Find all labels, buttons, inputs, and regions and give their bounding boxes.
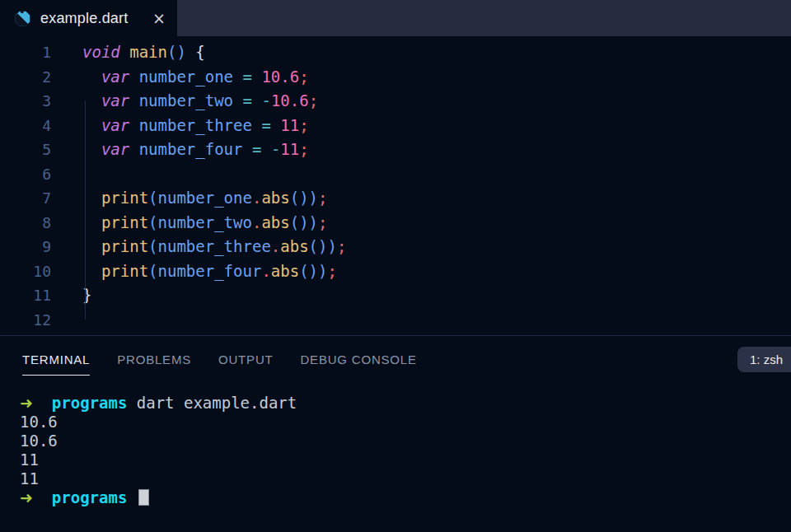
bottom-panel: TERMINAL PROBLEMS OUTPUT DEBUG CONSOLE 1… (0, 335, 791, 532)
code-token: abs (261, 189, 289, 207)
terminal-line: 10.6 (0, 413, 791, 432)
code-text: var number_one = 10.6; (51, 65, 309, 90)
line-number[interactable]: 3 (0, 89, 51, 114)
code-token: . (261, 262, 270, 280)
prompt-arrow-icon: ➜ (20, 394, 33, 412)
code-line[interactable]: 7 print(number_one.abs()); (0, 186, 791, 211)
code-token: ( (148, 189, 157, 207)
code-token (261, 140, 270, 158)
terminal-line: 11 (0, 450, 791, 469)
code-token: var (101, 116, 129, 134)
code-token: ()) (309, 237, 337, 255)
code-token: main (129, 43, 167, 61)
code-token: ()) (299, 262, 327, 280)
code-token (129, 68, 138, 86)
code-token: = (243, 68, 252, 86)
code-token: number_one (139, 68, 233, 86)
code-line[interactable]: 4 var number_three = 11; (0, 114, 791, 138)
tab-terminal[interactable]: TERMINAL (22, 352, 90, 376)
code-token: ; (337, 237, 346, 255)
code-token: number_four (139, 140, 243, 158)
code-token: print (101, 262, 148, 280)
line-number[interactable]: 5 (0, 138, 51, 162)
line-number[interactable]: 4 (0, 114, 51, 138)
code-token (129, 116, 138, 134)
code-token (233, 91, 242, 110)
code-token (252, 68, 261, 86)
code-token: = (261, 116, 270, 134)
code-line[interactable]: 10 print(number_four.abs()); (0, 259, 791, 284)
code-token (129, 140, 138, 158)
tab-problems[interactable]: PROBLEMS (117, 352, 191, 375)
code-token: number_three (139, 116, 252, 134)
line-number[interactable]: 11 (0, 283, 51, 308)
code-token: print (101, 237, 148, 255)
code-token: var (101, 140, 129, 158)
code-token (252, 116, 261, 134)
terminal-output-text: 11 (20, 450, 39, 469)
line-number[interactable]: 9 (0, 235, 51, 259)
code-text: void main() { (51, 40, 205, 65)
tab-output[interactable]: OUTPUT (218, 352, 273, 375)
prompt-arrow-icon: ➜ (20, 488, 33, 506)
code-line[interactable]: 6 (0, 162, 791, 187)
code-text: } (51, 283, 91, 308)
code-text: var number_four = -11; (51, 138, 309, 162)
code-token: ( (148, 262, 157, 280)
code-token: print (101, 189, 148, 207)
code-editor[interactable]: 1void main() {2 var number_one = 10.6;3 … (0, 36, 791, 335)
code-token: number_four (158, 262, 262, 280)
terminal-selector-dropdown[interactable]: 1: zsh (737, 347, 791, 372)
code-token: abs (280, 237, 308, 255)
code-line[interactable]: 5 var number_four = -11; (0, 138, 791, 162)
code-token: number_two (158, 213, 252, 231)
terminal-output-text: 11 (20, 469, 39, 488)
code-token: ()) (290, 189, 318, 207)
line-number[interactable]: 6 (0, 162, 51, 187)
code-token: . (271, 237, 280, 255)
line-number[interactable]: 2 (0, 65, 51, 90)
code-token (186, 43, 195, 61)
editor-tab-bar: example.dart × (0, 0, 791, 36)
code-line[interactable]: 1void main() { (0, 40, 791, 65)
code-line[interactable]: 8 print(number_two.abs()); (0, 211, 791, 236)
code-line[interactable]: 12 (0, 308, 791, 333)
code-token: var (101, 68, 129, 86)
tab-example-dart[interactable]: example.dart × (0, 0, 177, 36)
code-text (51, 162, 82, 187)
line-number[interactable]: 12 (0, 308, 51, 333)
code-token: ; (328, 262, 337, 280)
code-token (120, 43, 129, 61)
code-token: ( (148, 213, 157, 231)
line-number[interactable]: 1 (0, 40, 51, 65)
line-number[interactable]: 8 (0, 211, 51, 236)
code-text: print(number_three.abs()); (51, 235, 346, 259)
terminal-cursor (138, 489, 149, 506)
code-token (82, 68, 101, 86)
close-icon[interactable]: × (152, 11, 166, 26)
code-text: print(number_four.abs()); (51, 259, 337, 284)
tab-debug-console[interactable]: DEBUG CONSOLE (300, 352, 416, 375)
dart-icon (14, 10, 31, 27)
terminal-output[interactable]: ➜ programs dart example.dart10.610.61111… (0, 387, 791, 507)
code-token: ; (299, 116, 308, 134)
code-token (129, 91, 138, 110)
code-line[interactable]: 2 var number_one = 10.6; (0, 65, 791, 90)
code-token (233, 68, 242, 86)
code-token: number_three (158, 237, 271, 255)
terminal-command: dart example.dart (127, 394, 297, 412)
line-number[interactable]: 10 (0, 259, 51, 284)
terminal-line: 11 (0, 469, 791, 488)
code-token: . (252, 189, 261, 207)
code-line[interactable]: 3 var number_two = -10.6; (0, 89, 791, 114)
code-token: - (261, 91, 270, 110)
code-line[interactable]: 11} (0, 283, 791, 308)
code-text: print(number_two.abs()); (51, 211, 328, 236)
code-text (51, 308, 82, 333)
line-number[interactable]: 7 (0, 186, 51, 211)
code-line[interactable]: 9 print(number_three.abs()); (0, 235, 791, 259)
code-token: number_two (139, 91, 233, 110)
code-token: () (167, 43, 186, 61)
prompt-directory: programs (52, 488, 128, 506)
code-token (271, 116, 280, 134)
